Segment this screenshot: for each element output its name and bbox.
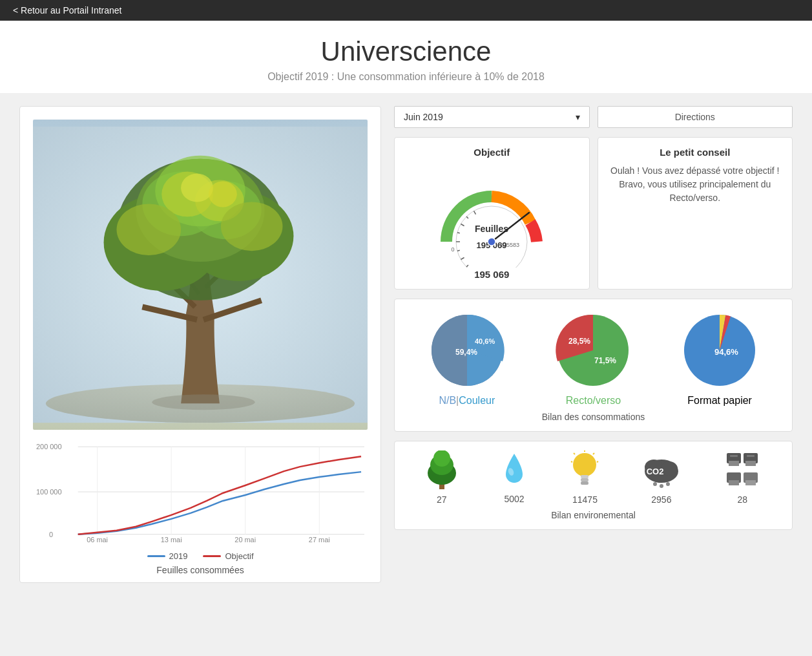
env-item-bulb: 11475 [568, 450, 601, 505]
recto-verso-label: Recto/verso [548, 395, 638, 407]
svg-rect-71 [581, 481, 588, 485]
env-value-printer: 28 [722, 494, 763, 505]
chart-legend: 2019 Objectif [33, 551, 368, 561]
header: Universcience Objectif 2019 : Une consom… [0, 21, 812, 93]
svg-text:13 mai: 13 mai [161, 536, 182, 544]
month-label: Juin 2019 [404, 112, 443, 122]
svg-line-73 [593, 453, 594, 454]
svg-point-66 [433, 450, 450, 467]
gauge-svg: Feuilles 0 175583 195 069 [433, 164, 550, 268]
dropdown-arrow-icon: ▾ [576, 112, 580, 122]
svg-text:0: 0 [49, 531, 53, 538]
svg-point-54 [488, 238, 495, 246]
page-title: Universcience [0, 36, 812, 67]
svg-line-74 [574, 453, 575, 454]
svg-text:20 mai: 20 mai [234, 536, 256, 544]
svg-point-83 [666, 482, 670, 486]
controls-row: Juin 2019 ▾ Directions [394, 106, 793, 128]
env-item-printer: 28 [722, 450, 763, 505]
svg-rect-93 [745, 480, 756, 485]
bulb-icon [568, 450, 601, 489]
env-item-co2: CO2 2956 [641, 450, 682, 505]
svg-text:100 000: 100 000 [36, 488, 62, 496]
svg-point-37 [456, 206, 527, 268]
svg-point-19 [181, 174, 213, 202]
main-content: 200 000 100 000 0 06 mai 13 mai 20 mai 2… [0, 93, 812, 602]
pie-section-title: Bilan des consommations [404, 412, 783, 422]
gauge-section: Objectif [394, 137, 793, 290]
pie-recto-verso: 28,5% 71,5% Recto/verso [548, 308, 638, 407]
legend-objectif: Objectif [203, 551, 253, 561]
svg-text:94,6%: 94,6% [714, 347, 738, 357]
svg-point-68 [573, 453, 596, 476]
nb-couleur-label: N/B | Couleur [422, 395, 512, 407]
svg-text:27 mai: 27 mai [309, 536, 330, 544]
svg-line-76 [571, 461, 572, 462]
back-link[interactable]: < Retour au Portail Intranet [13, 5, 122, 16]
legend-objectif-line [203, 555, 221, 557]
pie-recto-verso-svg: 28,5% 71,5% [548, 308, 638, 392]
left-panel: 200 000 100 000 0 06 mai 13 mai 20 mai 2… [19, 106, 381, 583]
legend-2019-label: 2019 [169, 551, 188, 561]
co2-icon: CO2 [641, 450, 682, 489]
gauge-card: Objectif [394, 137, 590, 290]
water-icon [499, 451, 529, 489]
format-papier-label: Format papier [674, 395, 765, 407]
legend-objectif-label: Objectif [225, 551, 253, 561]
svg-rect-70 [581, 478, 588, 481]
top-nav: < Retour au Portail Intranet [0, 0, 812, 21]
gauge-title: Objectif [404, 147, 580, 158]
svg-text:28,5%: 28,5% [568, 337, 590, 346]
chart-area: 200 000 100 000 0 06 mai 13 mai 20 mai 2… [33, 440, 368, 569]
printer-icon [722, 450, 763, 489]
tree-icon [424, 450, 460, 489]
pie-format-papier-svg: 94,6% [674, 308, 765, 392]
env-icons-row: 27 5002 [404, 450, 783, 505]
svg-point-17 [117, 204, 182, 255]
svg-rect-89 [747, 455, 755, 457]
chart-title: Feuilles consommées [33, 565, 368, 575]
svg-text:40,6%: 40,6% [475, 337, 495, 345]
gauge-value: 195 069 [404, 269, 580, 280]
svg-text:06 mai: 06 mai [87, 536, 108, 544]
env-section: 27 5002 [394, 441, 793, 530]
conseil-title: Le petit conseil [607, 147, 784, 158]
conseil-card: Le petit conseil Oulah ! Vous avez dépas… [598, 137, 793, 290]
env-value-tree: 27 [424, 494, 460, 505]
svg-line-45 [457, 233, 460, 233]
tree-image [33, 120, 368, 430]
svg-rect-91 [729, 480, 739, 485]
pie-nb-couleur-svg: 59,4% 40,6% [422, 308, 512, 392]
svg-text:0: 0 [452, 246, 455, 253]
svg-text:71,5%: 71,5% [594, 356, 616, 365]
svg-point-18 [221, 202, 283, 251]
svg-text:59,4%: 59,4% [455, 348, 477, 357]
svg-text:CO2: CO2 [646, 467, 663, 476]
svg-point-20 [209, 182, 237, 207]
legend-2019-line [147, 555, 165, 557]
svg-point-81 [653, 482, 657, 486]
env-item-tree: 27 [424, 450, 460, 505]
month-dropdown[interactable]: Juin 2019 ▾ [394, 106, 590, 128]
svg-text:200 000: 200 000 [36, 443, 62, 450]
pie-nb-couleur: 59,4% 40,6% N/B | Couleur [422, 308, 512, 407]
svg-point-82 [660, 484, 663, 488]
env-section-title: Bilan environemental [404, 510, 783, 520]
svg-rect-85 [729, 461, 739, 466]
env-value-bulb: 11475 [568, 494, 601, 505]
pie-format-papier: 94,6% Format papier [674, 308, 765, 407]
svg-line-43 [457, 250, 460, 251]
svg-point-21 [152, 394, 255, 410]
legend-2019: 2019 [147, 551, 188, 561]
svg-line-75 [597, 461, 598, 462]
pie-charts-row: 59,4% 40,6% N/B | Couleur [404, 308, 783, 407]
svg-rect-86 [730, 455, 738, 457]
pie-section: 59,4% 40,6% N/B | Couleur [394, 299, 793, 432]
right-panel: Juin 2019 ▾ Directions Objectif [394, 106, 793, 583]
env-item-water: 5002 [499, 451, 529, 504]
directions-button[interactable]: Directions [598, 106, 793, 128]
page-subtitle: Objectif 2019 : Une consommation inférie… [0, 71, 812, 83]
svg-rect-69 [581, 475, 588, 478]
conseil-text: Oulah ! Vous avez dépassé votre objectif… [607, 164, 784, 205]
svg-rect-88 [745, 461, 756, 466]
